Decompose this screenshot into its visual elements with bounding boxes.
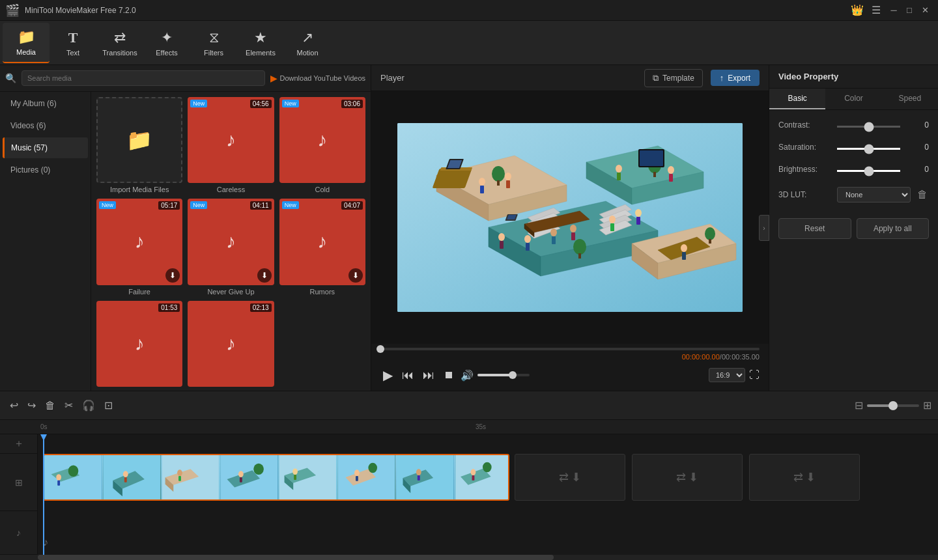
toolbar-item-media[interactable]: 📁 Media	[3, 23, 50, 63]
settings-icon[interactable]: ☰	[872, 4, 881, 16]
dl-btn-rumors[interactable]: ⬇	[348, 268, 363, 283]
toolbar-item-elements[interactable]: ★ Elements	[237, 23, 284, 63]
music-item-7[interactable]: 01:53 ♪	[96, 301, 182, 387]
zoom-in-icon[interactable]: ⊞	[923, 399, 931, 412]
stop-button[interactable]: ⏹	[441, 367, 457, 384]
new-badge-failure: New	[99, 201, 116, 209]
duration-rumors: 04:07	[341, 201, 363, 210]
svg-point-90	[368, 463, 377, 473]
template-button[interactable]: ⧉ Template	[644, 69, 703, 87]
timeline-scroll-thumb[interactable]	[38, 555, 554, 560]
aspect-ratio-select[interactable]: 16:9 9:16 1:1 4:3	[709, 368, 745, 382]
duration-ngu: 04:11	[250, 201, 272, 210]
volume-dot[interactable]	[509, 371, 517, 379]
export-button[interactable]: ↑ Export	[711, 70, 760, 86]
volume-track[interactable]	[477, 374, 530, 376]
export-label: Export	[728, 74, 750, 83]
search-bar: 🔍 ▶ Download YouTube Videos	[0, 65, 371, 92]
toolbar-item-motion[interactable]: ↗ Motion	[284, 23, 331, 63]
lut-select[interactable]: None Cinematic Vintage Cool Warm	[837, 187, 911, 203]
delete-button[interactable]: 🗑	[42, 397, 59, 415]
svg-point-28	[505, 173, 511, 180]
track-frame-2	[103, 455, 162, 499]
timeline-playhead[interactable]	[43, 434, 44, 555]
dl-btn-ngu[interactable]: ⬇	[257, 268, 272, 283]
music-item-careless[interactable]: New 04:56 ♪ Careless	[188, 97, 274, 193]
tab-speed[interactable]: Speed	[882, 89, 938, 109]
cut-button[interactable]: ✂	[61, 396, 76, 415]
download-icon2: ⬇	[689, 470, 698, 484]
panel-collapse-button[interactable]: ›	[759, 215, 769, 241]
search-input[interactable]	[21, 70, 265, 86]
maximize-button[interactable]: □	[902, 3, 917, 18]
svg-rect-87	[294, 475, 296, 480]
zoom-dot[interactable]	[888, 401, 898, 410]
undo-button[interactable]: ↩	[7, 396, 21, 415]
media-grid: 📁 Import Media Files New 04:56 ♪ Careles…	[91, 92, 371, 391]
track-label-add[interactable]: ＋	[0, 434, 37, 454]
fullscreen-button[interactable]: ⛶	[749, 369, 760, 381]
svg-point-86	[292, 468, 298, 475]
contrast-value: 0	[905, 120, 929, 130]
effects-icon: ✦	[161, 29, 173, 46]
track-labels: ＋ ⊞ ♪	[0, 434, 38, 555]
audio-button[interactable]: 🎧	[79, 396, 98, 415]
toolbar: 📁 Media T Text ⇄ Transitions ✦ Effects ⧖…	[0, 21, 938, 65]
music-item-never-give-up[interactable]: New 04:11 ♪ ⬇ Never Give Up	[188, 199, 274, 295]
music-item-cold[interactable]: New 03:06 ♪ Cold	[279, 97, 365, 193]
zoom-out-icon[interactable]: ⊟	[855, 399, 863, 412]
lut-delete-button[interactable]: 🗑	[916, 188, 929, 202]
rumors-label: Rumors	[310, 288, 335, 296]
careless-label: Careless	[217, 186, 245, 193]
svg-rect-51	[640, 150, 663, 166]
player-label: Player	[380, 73, 405, 83]
progress-track[interactable]	[380, 348, 760, 350]
video-track[interactable]	[43, 454, 509, 501]
music-item-8[interactable]: 02:13 ♪	[188, 301, 274, 387]
apply-all-button[interactable]: Apply to all	[857, 218, 930, 239]
brightness-slider[interactable]	[837, 170, 900, 172]
next-button[interactable]: ⏭	[420, 366, 437, 385]
toolbar-item-transitions[interactable]: ⇄ Transitions	[96, 23, 143, 63]
folder-icon: 📁	[126, 128, 152, 152]
reset-button[interactable]: Reset	[778, 218, 851, 239]
toolbar-item-text[interactable]: T Text	[50, 23, 96, 63]
svg-point-100	[483, 462, 492, 473]
import-media-item[interactable]: 📁 Import Media Files	[96, 97, 182, 193]
svg-rect-27	[480, 186, 484, 193]
transition-slot-3[interactable]: ⇄ ⬇	[749, 454, 860, 501]
minimize-button[interactable]: ─	[886, 3, 902, 18]
volume-icon[interactable]: 🔊	[461, 369, 474, 382]
crop-button[interactable]: ⊡	[101, 396, 116, 415]
music-item-rumors[interactable]: New 04:07 ♪ ⬇ Rumors	[279, 199, 365, 295]
svg-rect-92	[356, 476, 358, 481]
music-note-icon4: ♪	[226, 231, 236, 253]
progress-dot[interactable]	[377, 345, 384, 353]
prev-button[interactable]: ⏮	[399, 366, 416, 385]
time-display: 00:00:00.00 / 00:00:35.00	[371, 352, 769, 362]
zoom-track[interactable]	[867, 404, 919, 407]
transition-slot-2[interactable]: ⇄ ⬇	[632, 454, 743, 501]
saturation-slider[interactable]	[837, 148, 900, 150]
tab-basic[interactable]: Basic	[769, 89, 825, 109]
sidebar-item-pictures[interactable]: Pictures (0)	[3, 160, 88, 180]
new-badge-ngu: New	[190, 201, 207, 209]
toolbar-item-filters[interactable]: ⧖ Filters	[190, 23, 237, 63]
contrast-slider[interactable]	[837, 126, 900, 128]
yt-download-button[interactable]: ▶ Download YouTube Videos	[270, 73, 366, 83]
sidebar-item-my-album[interactable]: My Album (6)	[3, 93, 88, 114]
close-button[interactable]: ✕	[917, 3, 933, 18]
sidebar-item-videos[interactable]: Videos (6)	[3, 115, 88, 136]
tab-color[interactable]: Color	[825, 89, 881, 109]
transition-slot-1[interactable]: ⇄ ⬇	[515, 454, 625, 501]
svg-rect-62	[507, 215, 517, 219]
play-button[interactable]: ▶	[380, 365, 395, 385]
video-preview[interactable]	[397, 123, 743, 312]
music-item-failure[interactable]: New 05:17 ♪ ⬇ Failure	[96, 199, 182, 295]
redo-button[interactable]: ↪	[24, 396, 39, 415]
toolbar-item-effects[interactable]: ✦ Effects	[143, 23, 190, 63]
sidebar-item-music[interactable]: Music (57)	[3, 137, 88, 158]
dl-btn-failure[interactable]: ⬇	[165, 268, 180, 283]
timeline-scrollbar[interactable]	[0, 555, 938, 560]
track-frame-1	[44, 455, 103, 499]
